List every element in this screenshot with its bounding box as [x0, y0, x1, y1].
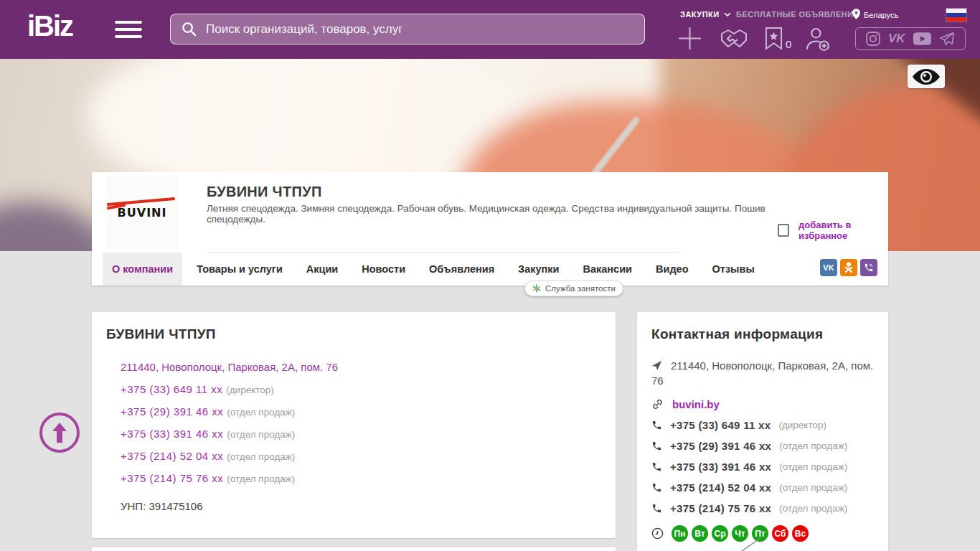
menu-icon[interactable] [115, 21, 142, 42]
contact-info-card: Контактная информация 211440, Новополоцк… [637, 312, 888, 551]
company-description: Летняя спецодежда. Зимняя спецодежда. Ра… [207, 203, 773, 225]
add-company-icon[interactable] [677, 26, 702, 51]
contact-phone-row: +375 (214) 75 76 xx(отдел продаж) [651, 502, 874, 514]
phone-icon [651, 482, 662, 493]
link-icon [651, 398, 664, 410]
phone-link[interactable]: +375 (29) 391 46 xx [670, 440, 771, 452]
website-link[interactable]: buvini.by [672, 398, 720, 410]
company-share-buttons: VK [820, 259, 877, 276]
youtube-icon[interactable] [913, 32, 931, 45]
favorites-checkbox[interactable] [778, 224, 789, 237]
country-label: Беларусь [864, 11, 898, 19]
scroll-to-top-button[interactable] [39, 413, 80, 453]
chevron-down-icon [724, 10, 731, 19]
viber-share-button[interactable] [860, 259, 877, 276]
day-badge-tue[interactable]: Вт [692, 525, 708, 542]
search-input[interactable] [206, 22, 634, 37]
phone-label: (отдел продаж) [779, 503, 847, 514]
phone-icon [651, 441, 662, 451]
contact-website: buvini.by [651, 398, 874, 410]
phone-link[interactable]: +375 (214) 75 76 xx [121, 472, 223, 484]
phone-link[interactable]: +375 (33) 391 46 xx [670, 461, 771, 473]
phone-label: (отдел продаж) [779, 441, 847, 451]
phone-label: (отдел продаж) [227, 429, 295, 440]
viber-icon [864, 263, 874, 273]
day-badge-sun[interactable]: Вс [792, 525, 809, 542]
eye-icon [913, 69, 940, 85]
phone-list: +375 (33) 649 11 xx(директор) +375 (29) … [121, 383, 601, 485]
odnoklassniki-icon [844, 262, 854, 273]
phone-row: +375 (214) 52 04 xx(отдел продаж) [121, 450, 601, 463]
tab-ads[interactable]: Объявления [420, 253, 504, 286]
phone-link[interactable]: +375 (33) 649 11 xx [121, 383, 222, 395]
tooltip-pointer-line [740, 537, 765, 551]
purchases-label: ЗАКУПКИ [680, 10, 720, 19]
phone-label: (отдел продаж) [779, 482, 847, 493]
contact-address: 211440, Новополоцк, Парковая, 2А, пом. 7… [651, 358, 874, 388]
company-logo: BUVINI [110, 206, 174, 220]
clock-icon [651, 527, 664, 540]
tab-about[interactable]: О компании [103, 253, 182, 286]
favorites-count: 0 [786, 38, 791, 50]
site-logo[interactable]: iBiz [27, 10, 72, 42]
favorites-label: добавить в избранное [798, 220, 888, 241]
location-pin-icon [852, 9, 860, 21]
tab-products[interactable]: Товары и услуги [187, 253, 292, 286]
free-ads-link[interactable]: БЕСПЛАТНЫЕ ОБЪЯВЛЕНИЯ [736, 10, 859, 19]
phone-link[interactable]: +375 (33) 649 11 xx [670, 419, 771, 431]
employment-service-icon [532, 284, 541, 293]
phone-row: +375 (214) 75 76 xx(отдел продаж) [121, 472, 601, 485]
tab-promotions[interactable]: Акции [297, 253, 347, 286]
day-badge-wed[interactable]: Ср [712, 525, 728, 542]
phone-row: +375 (29) 391 46 xx(отдел продаж) [121, 405, 601, 418]
phone-link[interactable]: +375 (33) 391 46 xx [121, 428, 223, 440]
company-address-link[interactable]: 211440, Новополоцк, Парковая, 2А, пом. 7… [121, 361, 338, 373]
day-badge-sat[interactable]: Сб [772, 525, 788, 542]
search-icon [181, 21, 197, 37]
contact-phone-row: +375 (214) 52 04 xx(отдел продаж) [651, 481, 874, 494]
site-header: iBiz ЗАКУПКИ БЕСПЛАТНЫЕ ОБЪЯВЛЕНИЯ Белар… [0, 0, 980, 59]
country-selector[interactable]: Беларусь [852, 9, 898, 21]
handshake-icon[interactable] [719, 27, 749, 51]
ok-share-button[interactable] [840, 259, 857, 276]
phone-link[interactable]: +375 (214) 75 76 xx [670, 502, 771, 514]
tab-news[interactable]: Новости [352, 253, 415, 286]
phone-label: (отдел продаж) [227, 407, 295, 418]
phone-link[interactable]: +375 (214) 52 04 xx [121, 450, 223, 462]
vk-share-button[interactable]: VK [820, 259, 837, 276]
russia-flag-icon[interactable] [946, 9, 966, 22]
telegram-icon[interactable] [939, 32, 955, 46]
search-bar[interactable] [170, 14, 645, 44]
navigation-arrow-icon [651, 360, 662, 371]
contact-phone-row: +375 (33) 649 11 xx(директор) [651, 419, 874, 431]
next-section-card [92, 547, 616, 551]
phone-label: (директор) [226, 385, 274, 395]
register-user-icon[interactable] [805, 27, 830, 51]
phone-icon [651, 461, 662, 472]
vk-icon: VK [823, 263, 834, 272]
day-badge-mon[interactable]: Пн [672, 525, 688, 542]
instagram-icon[interactable] [866, 32, 880, 46]
phone-link[interactable]: +375 (29) 391 46 xx [121, 405, 223, 418]
about-title: БУВИНИ ЧТПУП [106, 326, 601, 342]
favorites-bookmark-icon[interactable]: 0 [765, 27, 791, 50]
tab-reviews[interactable]: Отзывы [703, 253, 764, 286]
contact-title: Контактная информация [651, 326, 874, 342]
phone-icon [651, 503, 662, 514]
contact-phone-row: +375 (29) 391 46 xx(отдел продаж) [651, 440, 874, 452]
add-to-favorites[interactable]: добавить в избранное [778, 220, 888, 241]
phone-icon [651, 420, 662, 430]
employment-service-label: Служба занятости [545, 284, 616, 293]
accessibility-eye-button[interactable] [908, 65, 945, 88]
phone-link[interactable]: +375 (214) 52 04 xx [670, 481, 771, 494]
phone-label: (отдел продаж) [227, 451, 295, 462]
phone-row: +375 (33) 649 11 xx(директор) [121, 383, 601, 396]
phone-label: (отдел продаж) [779, 461, 847, 472]
about-card: БУВИНИ ЧТПУП 211440, Новополоцк, Паркова… [92, 312, 616, 538]
company-logo-box: BUVINI [106, 176, 178, 250]
vk-icon[interactable]: VK [888, 32, 905, 46]
purchases-menu[interactable]: ЗАКУПКИ [680, 10, 731, 19]
tab-video[interactable]: Видео [646, 253, 698, 286]
company-unp: УНП: 391475106 [121, 500, 601, 512]
header-social-links: VK [855, 27, 966, 50]
